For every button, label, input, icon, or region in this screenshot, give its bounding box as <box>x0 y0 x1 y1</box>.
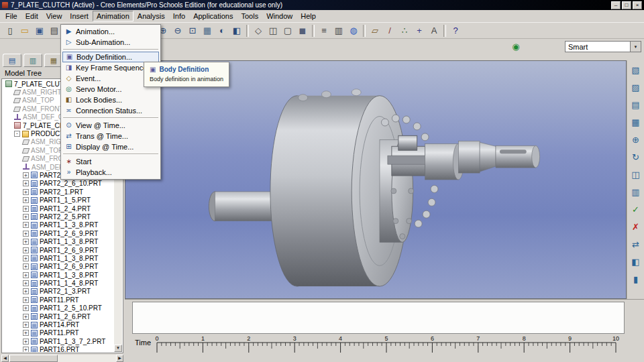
viewport[interactable] <box>125 60 627 299</box>
annotation-button[interactable]: A <box>427 23 441 38</box>
menu-item-view-time[interactable]: ⊙View @ Time... <box>62 120 159 131</box>
tree-item[interactable]: +PART1_2_6.PRT <box>3 312 114 320</box>
tree-item[interactable]: +PART2_1_3.PRT <box>3 288 114 296</box>
tree-item[interactable]: +PART11.PRT <box>3 329 114 337</box>
expand-icon[interactable]: + <box>23 330 29 336</box>
tree-item[interactable]: +PART1_1_3_8.PRT <box>3 271 114 279</box>
menu-item-animation[interactable]: ▶Animation... <box>62 26 159 37</box>
context-help-button[interactable]: ? <box>448 23 463 38</box>
expand-icon[interactable]: + <box>23 189 29 195</box>
scroll-right-icon[interactable]: ▶ <box>116 355 123 362</box>
tree-item[interactable]: +PART1_1_5.PRT <box>3 196 114 204</box>
analysis-button[interactable]: ▧ <box>629 63 643 76</box>
menu-animation[interactable]: Animation <box>93 11 133 21</box>
expand-icon[interactable]: + <box>23 297 29 303</box>
close-button[interactable]: × <box>633 1 642 9</box>
zoom-selection-button[interactable]: ⊕ <box>629 133 643 146</box>
expand-icon[interactable]: + <box>23 347 29 352</box>
model-sphere-button[interactable]: ◍ <box>346 23 361 38</box>
timeline-ruler[interactable]: 012345678910 <box>150 335 625 355</box>
tree-item[interactable]: +PART2_2_5.PRT <box>3 213 114 221</box>
menu-applications[interactable]: Applications <box>189 11 237 21</box>
menu-view[interactable]: View <box>42 11 66 21</box>
selection-filter-combo[interactable]: Smart <box>565 41 641 52</box>
flip-button[interactable]: ◧ <box>629 255 643 268</box>
expand-icon[interactable]: + <box>23 231 29 237</box>
model-tree-tab[interactable]: ▤ <box>3 54 21 67</box>
tree-item[interactable]: +PART1_1_4_8.PRT <box>3 279 114 287</box>
tree-item[interactable]: +PART1_2_5_10.PRT <box>3 304 114 312</box>
chevron-down-icon[interactable] <box>630 42 641 52</box>
expand-icon[interactable]: + <box>23 272 29 278</box>
menu-insert[interactable]: Insert <box>66 11 93 21</box>
orient-button[interactable]: ◐ <box>215 23 229 38</box>
menu-item-lock-bodies[interactable]: ◧Lock Bodies... <box>62 95 159 105</box>
maximize-button[interactable]: □ <box>622 1 631 9</box>
selection-status-button[interactable]: ◉ <box>508 39 523 54</box>
info-button[interactable]: ▮ <box>629 272 643 286</box>
expand-icon[interactable]: + <box>23 255 29 261</box>
menu-item-trans-time[interactable]: ⇄Trans @ Time... <box>62 131 159 141</box>
expand-icon[interactable]: + <box>23 263 29 269</box>
measure-button[interactable]: ▨ <box>629 80 643 94</box>
no-hidden-button[interactable]: ▢ <box>280 23 295 38</box>
wireframe-button[interactable]: ◇ <box>251 23 266 38</box>
tree-item[interactable]: +PART1_1_3_8.PRT <box>3 237 114 245</box>
print-button[interactable]: ▤ <box>47 23 62 38</box>
datum-axis-button[interactable]: / <box>382 23 397 38</box>
saved-views-button[interactable]: ◧ <box>229 23 244 38</box>
scroll-down-icon[interactable]: ▼ <box>114 345 122 352</box>
layer-display-button[interactable]: ▥ <box>629 185 643 198</box>
expand-icon[interactable]: + <box>23 222 29 228</box>
menu-help[interactable]: Help <box>297 11 320 21</box>
expand-icon[interactable]: + <box>23 172 29 178</box>
menu-item-sub-animation[interactable]: ▷Sub-Animation... <box>62 37 159 48</box>
menu-item-connection-status[interactable]: ≍Connection Status... <box>62 105 159 116</box>
expand-icon[interactable]: + <box>23 239 29 245</box>
new-file-button[interactable]: ▯ <box>3 23 17 38</box>
expand-icon[interactable]: + <box>23 214 29 220</box>
tree-item[interactable]: +PART1_2_4.PRT <box>3 204 114 213</box>
report-button[interactable]: ▤ <box>629 98 643 111</box>
menu-item-display-time[interactable]: ⊞Display @ Time... <box>62 141 159 152</box>
expand-icon[interactable]: + <box>23 206 29 212</box>
tree-item[interactable]: +PART11.PRT <box>3 296 114 304</box>
menu-item-body-definition[interactable]: ▣Body Definition... <box>62 52 159 62</box>
menu-window[interactable]: Window <box>262 11 297 21</box>
save-button[interactable]: ▣ <box>32 23 47 38</box>
tree-item[interactable]: +PART1_2_6_9.PRT <box>3 229 114 237</box>
menu-edit[interactable]: Edit <box>21 11 42 21</box>
chart-button[interactable]: ▦ <box>629 115 643 129</box>
verify-button[interactable]: ✓ <box>629 202 643 216</box>
open-file-button[interactable]: ▭ <box>17 23 32 38</box>
view-manager-button[interactable]: ▥ <box>331 23 346 38</box>
tree-horizontal-scrollbar[interactable]: ◀ ▶ <box>1 355 123 362</box>
section-button[interactable]: ◫ <box>629 168 643 181</box>
zoom-out-button[interactable]: ⊖ <box>170 23 185 38</box>
tree-item[interactable]: +PART1_2_6_9.PRT <box>3 263 114 271</box>
expand-icon[interactable]: + <box>23 314 29 320</box>
shaded-button[interactable]: ◼ <box>295 23 310 38</box>
repaint-button[interactable]: ▦ <box>200 23 215 38</box>
delete-button[interactable]: ✗ <box>629 220 643 233</box>
tree-item[interactable]: +PART1_2_6_9.PRT <box>3 246 114 254</box>
tree-item[interactable]: +PART14.PRT <box>3 320 114 328</box>
expand-icon[interactable]: + <box>23 247 29 253</box>
expand-icon[interactable]: + <box>23 180 29 186</box>
expand-icon[interactable]: + <box>23 288 29 294</box>
expand-icon[interactable]: + <box>23 305 29 311</box>
menu-tools[interactable]: Tools <box>237 11 262 21</box>
scrollbar-thumb[interactable] <box>9 355 58 362</box>
timeline-panel[interactable] <box>132 302 625 334</box>
tree-item[interactable]: +PART1_1_3_8.PRT <box>3 254 114 262</box>
menu-item-playback[interactable]: »Playback... <box>62 167 159 178</box>
expand-icon[interactable]: + <box>23 280 29 286</box>
sync-button[interactable]: ⇄ <box>629 237 643 251</box>
collapse-icon[interactable]: - <box>14 131 20 137</box>
tree-item[interactable]: +PART2_2_6_10.PRT <box>3 180 114 188</box>
hidden-line-button[interactable]: ◫ <box>266 23 280 38</box>
refresh-button[interactable]: ↻ <box>629 150 643 164</box>
menu-info[interactable]: Info <box>169 11 189 21</box>
csys-button[interactable]: + <box>412 23 427 38</box>
zoom-refit-button[interactable]: ⊡ <box>185 23 200 38</box>
